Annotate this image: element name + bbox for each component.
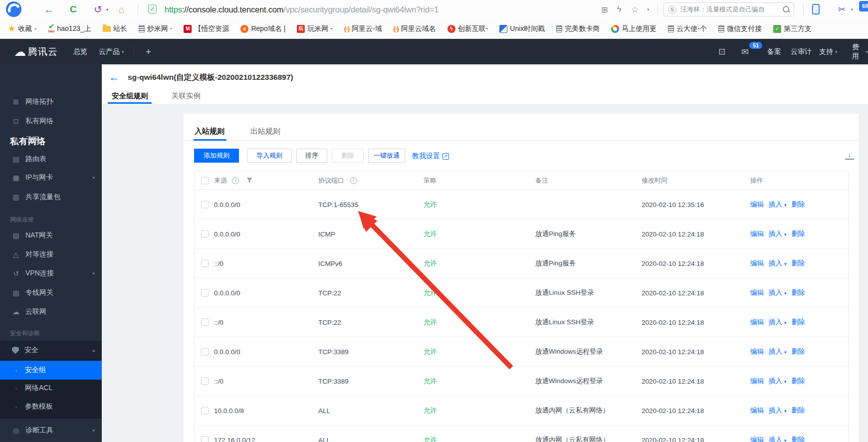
scan-icon[interactable]: ⊡: [718, 39, 725, 64]
tab-inbound-rules[interactable]: 入站规则: [195, 127, 224, 136]
sidebar-item-route-table[interactable]: ▤ 路由表: [0, 150, 102, 169]
flash-icon[interactable]: ϟ: [617, 0, 621, 19]
bookmark-item[interactable]: e Repo域名 |: [240, 24, 285, 33]
bookmark-item[interactable]: 站长: [103, 24, 127, 33]
insert-link[interactable]: 插入: [769, 230, 782, 237]
edit-link[interactable]: 编辑: [750, 377, 764, 385]
protocol-info-icon[interactable]: i: [350, 177, 357, 184]
insert-link[interactable]: 插入: [769, 377, 782, 385]
corner-badge[interactable]: 69: [859, 1, 868, 11]
row-checkbox[interactable]: [201, 319, 209, 326]
edit-link[interactable]: 编辑: [750, 259, 764, 267]
sidebar-item-ip-nic[interactable]: ▦ IP与网卡 ▾: [0, 168, 102, 187]
open-all-button[interactable]: 一键放通: [368, 149, 405, 163]
edit-link[interactable]: 编辑: [750, 230, 764, 237]
address-bar[interactable]: https://console.cloud.tencent.com/vpc/se…: [165, 0, 438, 19]
bookmark-item[interactable]: 微信支付接: [718, 24, 762, 33]
favorite-star-icon[interactable]: ☆: [631, 0, 639, 19]
row-checkbox[interactable]: [201, 437, 209, 442]
bookmark-item[interactable]: 玩 玩米网 -: [297, 24, 333, 33]
delete-link[interactable]: 删除: [792, 259, 805, 267]
insert-link[interactable]: 插入: [769, 201, 782, 208]
browser-logo-icon[interactable]: [6, 1, 21, 17]
undo-dropdown-icon[interactable]: ▾: [106, 0, 108, 19]
filter-funnel-icon[interactable]: [246, 178, 252, 184]
undo-icon[interactable]: ↺: [94, 0, 102, 19]
home-icon[interactable]: ⌂: [119, 0, 125, 19]
nav-products[interactable]: 云产品 ▾: [99, 39, 124, 64]
delete-link[interactable]: 删除: [792, 348, 805, 355]
insert-link[interactable]: 插入: [769, 318, 782, 326]
tab-outbound-rules[interactable]: 出站规则: [250, 127, 280, 136]
row-checkbox[interactable]: [201, 230, 209, 238]
bookmark-item[interactable]: 完美数卡商: [556, 24, 600, 33]
back-button[interactable]: ←: [109, 71, 120, 84]
toolbar-dropdown-icon[interactable]: ▾: [647, 0, 650, 19]
row-checkbox[interactable]: [201, 289, 209, 297]
insert-link[interactable]: 插入: [769, 436, 782, 442]
download-icon[interactable]: ↓: [845, 151, 854, 160]
sidebar-item-shared-traffic[interactable]: ▥ 共享流量包: [0, 188, 102, 207]
insert-link[interactable]: 插入: [769, 259, 782, 267]
sidebar-item-network-topology[interactable]: ⊞ 网络拓扑: [0, 92, 102, 111]
bookmark-item[interactable]: ϟ 创新互联-: [447, 24, 488, 33]
mail-icon[interactable]: ✉: [741, 39, 749, 64]
select-all-checkbox[interactable]: [201, 177, 209, 184]
source-info-icon[interactable]: i: [232, 177, 239, 184]
delete-link[interactable]: 删除: [792, 201, 805, 208]
delete-link[interactable]: 删除: [792, 230, 805, 237]
nav-billing[interactable]: 费用 ▾: [852, 39, 868, 64]
row-checkbox[interactable]: [201, 260, 209, 267]
chevron-down-icon[interactable]: ▾: [784, 350, 787, 355]
back-icon[interactable]: ←: [44, 0, 54, 19]
bookmark-item[interactable]: 云大使-个: [668, 24, 707, 33]
tools-dropdown-icon[interactable]: ▾: [851, 0, 854, 19]
add-rule-button[interactable]: 添加规则: [194, 149, 239, 163]
bookmark-favorites[interactable]: ★ 收藏 ▾: [8, 23, 37, 34]
chevron-down-icon[interactable]: ▾: [784, 409, 787, 414]
apps-grid-icon[interactable]: ⊞: [601, 0, 608, 19]
insert-link[interactable]: 插入: [769, 407, 782, 414]
browser-search-box[interactable]: S 汪海林：流量模式是自己骗自: [663, 2, 794, 16]
edit-link[interactable]: 编辑: [750, 289, 764, 296]
insert-link[interactable]: 插入: [769, 289, 782, 296]
teach-me-link[interactable]: 教我设置 ↗: [412, 152, 449, 161]
sidebar-item-vpn[interactable]: ↺ VPN连接 ▾: [0, 264, 102, 283]
bookmark-item[interactable]: ✓ 第三方支: [773, 24, 812, 33]
delete-link[interactable]: 删除: [792, 318, 805, 326]
chevron-down-icon[interactable]: ▾: [784, 261, 787, 266]
bookmark-item[interactable]: 马上使用更: [611, 24, 656, 33]
edit-link[interactable]: 编辑: [750, 436, 764, 442]
sidebar-item-ccn[interactable]: ☁ 云联网: [0, 302, 102, 321]
sidebar-item-security-group[interactable]: · 安全组: [0, 361, 102, 380]
nav-beian[interactable]: 备案: [767, 39, 781, 64]
tencent-cloud-logo[interactable]: ☁ 腾讯云: [14, 39, 58, 64]
delete-link[interactable]: 删除: [792, 289, 805, 296]
nav-support[interactable]: 支持 ▾: [819, 39, 838, 64]
sidebar-item-diagnostic-tools[interactable]: ◎ 诊断工具 ▾: [0, 421, 102, 440]
sidebar-item-parameter-template[interactable]: · 参数模板: [0, 397, 102, 416]
search-icon[interactable]: [783, 6, 790, 13]
delete-link[interactable]: 删除: [792, 407, 805, 414]
secure-shield-icon[interactable]: ✓: [148, 4, 157, 14]
refresh-icon[interactable]: C: [70, 0, 77, 19]
bookmark-item[interactable]: M 【悟空资源: [184, 24, 229, 33]
insert-link[interactable]: 插入: [769, 348, 782, 355]
row-checkbox[interactable]: [201, 378, 209, 385]
bookmark-item[interactable]: (-) 阿里云域名: [394, 24, 436, 33]
sidebar-item-nat-gateway[interactable]: ▤ NAT网关: [0, 226, 102, 245]
chevron-down-icon[interactable]: ▾: [784, 379, 787, 384]
chevron-down-icon[interactable]: ▾: [784, 203, 787, 208]
sidebar-item-direct-connect[interactable]: ▤ 专线网关: [0, 283, 102, 302]
edit-link[interactable]: 编辑: [750, 318, 764, 326]
nav-overview[interactable]: 总览: [73, 39, 87, 64]
sidebar-item-network-acl[interactable]: · 网络ACL: [0, 379, 102, 398]
send-to-phone-icon[interactable]: →: [812, 4, 820, 14]
delete-link[interactable]: 删除: [792, 377, 805, 385]
row-checkbox[interactable]: [201, 348, 209, 356]
edit-link[interactable]: 编辑: [750, 348, 764, 355]
sidebar-item-peering[interactable]: △ 对等连接: [0, 245, 102, 264]
chevron-down-icon[interactable]: ▾: [784, 438, 787, 442]
sidebar-item-security[interactable]: 安全 ▴: [0, 341, 102, 360]
row-checkbox[interactable]: [201, 407, 209, 415]
